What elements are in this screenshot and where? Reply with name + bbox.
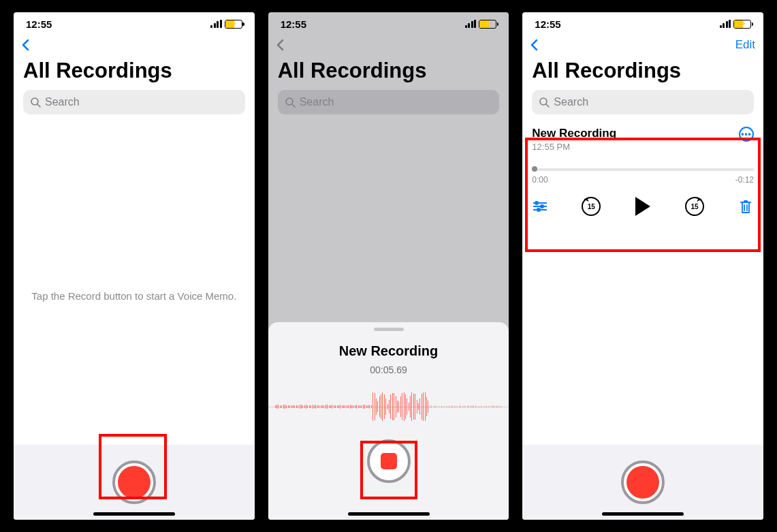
search-icon <box>539 97 550 108</box>
battery-icon: ⚡ <box>225 20 242 29</box>
search-placeholder: Search <box>45 96 80 108</box>
status-time: 12:55 <box>535 18 560 30</box>
battery-icon: ⚡ <box>733 20 751 29</box>
page-title: All Recordings <box>522 54 763 90</box>
status-bar: 12:55 ⚡ <box>14 12 255 33</box>
recording-title: New Recording <box>339 343 439 359</box>
status-bar: 12:55 ⚡ <box>522 12 763 33</box>
waveform <box>268 386 509 427</box>
highlight-box <box>99 434 167 499</box>
screen-1-empty-list: 12:55 ⚡ All Recordings Search Tap the Re… <box>14 12 255 520</box>
record-icon <box>627 466 659 499</box>
search-icon <box>30 97 41 108</box>
search-input[interactable]: Search <box>532 90 754 114</box>
status-time: 12:55 <box>26 18 52 30</box>
search-icon <box>285 97 296 108</box>
nav-bar <box>268 33 509 54</box>
status-time: 12:55 <box>281 18 306 30</box>
nav-bar: Edit <box>522 33 763 54</box>
home-indicator[interactable] <box>348 512 430 516</box>
svg-line-3 <box>292 104 295 107</box>
screen-3-saved-item: 12:55 ⚡ Edit All Recordings Search New R… <box>522 12 763 520</box>
signal-icon <box>465 20 477 28</box>
signal-icon <box>210 20 222 28</box>
nav-bar <box>14 33 255 54</box>
record-tray <box>522 445 763 520</box>
home-indicator[interactable] <box>93 512 175 516</box>
home-indicator[interactable] <box>602 512 684 516</box>
back-chevron-icon <box>274 38 287 52</box>
empty-hint: Tap the Record button to start a Voice M… <box>14 290 255 302</box>
search-input: Search <box>278 90 500 114</box>
status-bar: 12:55 ⚡ <box>268 12 509 33</box>
highlight-box <box>360 441 417 499</box>
back-chevron-icon[interactable] <box>528 38 541 52</box>
highlight-box <box>525 138 761 252</box>
search-input[interactable]: Search <box>23 90 245 114</box>
back-chevron-icon[interactable] <box>19 38 33 52</box>
page-title: All Recordings <box>268 54 509 90</box>
page-title: All Recordings <box>14 54 255 90</box>
edit-button[interactable]: Edit <box>735 38 755 52</box>
recording-elapsed: 00:05.69 <box>370 364 407 375</box>
sheet-grabber[interactable] <box>374 328 404 331</box>
signal-icon <box>720 20 731 28</box>
screen-2-recording: 12:55 ⚡ All Recordings Search New Record… <box>268 12 509 520</box>
search-placeholder: Search <box>554 96 588 108</box>
svg-line-1 <box>37 104 40 107</box>
battery-icon: ⚡ <box>479 20 496 29</box>
search-placeholder: Search <box>300 96 334 108</box>
record-button[interactable] <box>621 460 665 504</box>
svg-line-5 <box>546 104 549 107</box>
